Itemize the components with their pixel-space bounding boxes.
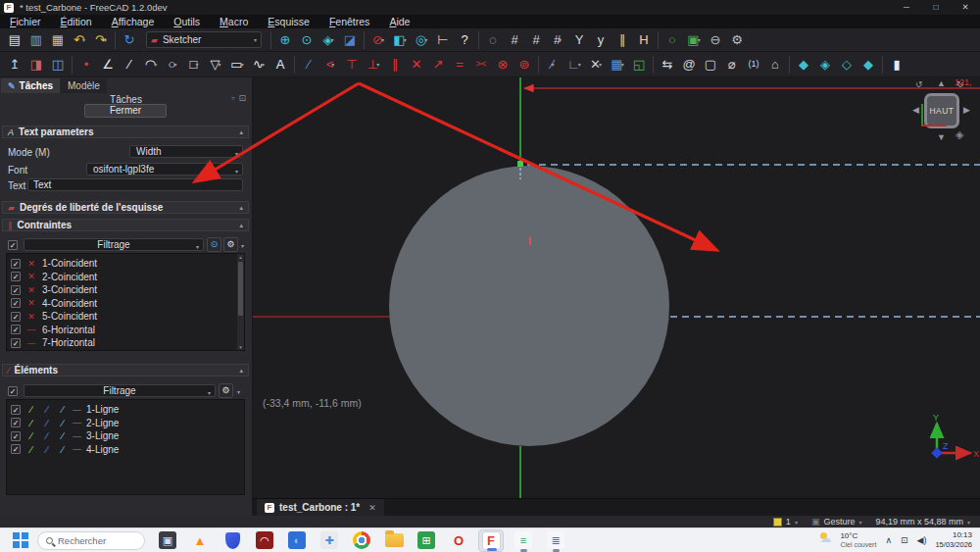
collapse-icon[interactable]: ▴ [239, 367, 243, 375]
constrain-vertical-button[interactable]: ⊥▾ [363, 55, 384, 75]
view-sketch-button[interactable]: ◨ [25, 55, 47, 75]
appearance-cube-4-button[interactable]: ◆ [858, 55, 879, 75]
select-elements-button[interactable]: H [633, 30, 655, 50]
checkbox[interactable]: ✓ [11, 338, 21, 348]
create-circle-button[interactable]: ○▾ [162, 55, 183, 75]
create-arc-button[interactable]: ◠▾ [140, 55, 162, 75]
constraint-settings-button[interactable]: ⚙ [223, 237, 238, 252]
sketch-canvas[interactable]: 121, (-33,4 mm, -11,6 mm) [253, 77, 980, 498]
scrollbar-thumb[interactable] [238, 262, 243, 316]
chevron-down-icon[interactable]: ▾ [237, 388, 240, 395]
constrain-distance-button[interactable]: ⊤ [341, 55, 363, 75]
menu-item-esquisse[interactable]: Esquisse [258, 16, 319, 27]
elements-master-checkbox[interactable]: ✓ [8, 386, 18, 396]
arc-tools-button[interactable]: ∟▾ [564, 55, 585, 75]
collapse-icon[interactable]: ▴ [239, 204, 243, 212]
zoom-tools-button[interactable]: ◎▾ [411, 30, 432, 50]
3d-viewport[interactable]: 121, (-33,4 mm, -11,6 mm) ↺ ▲ ↻ ◀ HAUT ▶… [253, 77, 980, 498]
workbench-selector[interactable]: ▰Sketcher▾ [146, 31, 262, 48]
sketch-circle[interactable] [389, 166, 669, 446]
arrow-down-icon[interactable]: ▼ [937, 132, 946, 142]
tray-expand-icon[interactable]: ∧ [885, 535, 892, 545]
carbon-copy-button[interactable]: ◌ [482, 30, 504, 50]
constraint-row[interactable]: ✓—7-Horizontal [7, 336, 244, 350]
grid-settings-button[interactable]: ▦▾ [607, 55, 628, 75]
visibility-button[interactable]: ⊙ [207, 237, 221, 252]
checkbox[interactable]: ✓ [11, 272, 21, 281]
defender-shield-icon[interactable] [220, 529, 245, 552]
menu-item-outils[interactable]: Outils [164, 16, 210, 27]
polygon-outline-button[interactable]: ⌂ [764, 55, 786, 75]
weather-widget[interactable]: ☁ 10°C Ciel couvert [819, 531, 876, 549]
clock[interactable]: 10:13 15/03/2026 [935, 530, 972, 549]
zoom-selection-button[interactable]: ⊙ [296, 30, 318, 50]
fermer-button[interactable]: Fermer [84, 104, 167, 118]
rotate-right-icon[interactable]: ↻ [956, 79, 964, 89]
constrain-symmetric-button[interactable]: >< [470, 55, 492, 75]
navigation-cube[interactable]: ↺ ▲ ↻ ◀ HAUT ▶ ▼ ◈ [909, 77, 972, 150]
constrain-equal-button[interactable]: = [449, 55, 470, 75]
split-tools-button[interactable]: ✕▾ [585, 55, 607, 75]
layer-selector[interactable]: 1 ▾ [773, 517, 798, 527]
join-curves-button[interactable]: y [590, 30, 612, 50]
checkbox[interactable]: ✓ [11, 418, 21, 427]
undo-button[interactable]: ↶▾ [69, 30, 90, 50]
constraint-row[interactable]: ✓✕5-Coincident [7, 310, 244, 324]
constraints-filter-select[interactable]: Filtrage ▾ [24, 238, 204, 251]
collapse-icon[interactable]: ▴ [239, 128, 243, 136]
constrain-point-on-object-button[interactable]: ↗ [427, 55, 449, 75]
scroll-up-icon[interactable]: ▴ [237, 254, 244, 260]
tab-taches[interactable]: ✎ Tâches [1, 78, 60, 93]
constrain-block-button[interactable]: ⊗ [492, 55, 514, 75]
create-text-button[interactable]: A [270, 55, 291, 75]
vlc-icon[interactable]: ▲ [187, 529, 213, 552]
constraint-row[interactable]: ✓✕4-Coincident [7, 297, 244, 311]
maximize-button[interactable]: □ [921, 0, 951, 15]
open-document-button[interactable]: ▥ [25, 30, 47, 50]
elements-filter-select[interactable]: Filtrage ▾ [24, 384, 216, 397]
measure-button[interactable]: ⊢ [432, 30, 454, 50]
red-swirl-app-icon[interactable]: ◠ [252, 529, 277, 552]
extend-edge-button[interactable]: # [525, 30, 547, 50]
element-row[interactable]: ✓∕∕∕—4-Ligne [7, 443, 244, 457]
menu-item-aide[interactable]: Aide [379, 16, 419, 27]
constraints-scrollbar[interactable]: ▴ ▾ [237, 254, 244, 350]
checkbox[interactable]: ✓ [11, 259, 21, 269]
notes-app-icon[interactable]: ≣ [543, 529, 568, 552]
snip-tool-icon[interactable]: ✚ [317, 529, 342, 552]
minimize-button[interactable]: ─ [892, 0, 921, 15]
close-tab-icon[interactable]: ✕ [368, 503, 376, 513]
view-section-button[interactable]: ◫ [47, 55, 69, 75]
appearance-cube-3-button[interactable]: ◇ [836, 55, 858, 75]
close-button[interactable]: ✕ [951, 0, 980, 15]
overflow-handle-button[interactable]: ▮ [886, 55, 907, 75]
collapse-icon[interactable]: ▴ [239, 222, 243, 229]
menu-item-fenetres[interactable]: Fenêtres [319, 16, 379, 27]
leave-sketch-button[interactable]: ↥ [4, 55, 25, 75]
split-edge-button[interactable]: #▾ [547, 30, 568, 50]
draw-style-button[interactable]: ⊘▾ [368, 30, 389, 50]
section-dof[interactable]: ▰ Degrés de liberté de l'esquisse ▴ [2, 201, 249, 214]
menu-item-macro[interactable]: Macro [210, 16, 258, 27]
parameter-tool-button[interactable]: (1) [743, 55, 764, 75]
diameter-tool-button[interactable]: ⌀ [721, 55, 743, 75]
navcube-face-top[interactable]: HAUT [924, 93, 959, 128]
constrain-parallel-button[interactable]: ∥ [384, 55, 406, 75]
mode-select[interactable]: Width ▾ [129, 145, 243, 158]
dock-panel-icon[interactable]: ⊡ [238, 93, 246, 103]
save-document-button[interactable]: ▦ [47, 30, 69, 50]
file-explorer-icon[interactable] [381, 529, 407, 552]
constrain-snap-button[interactable]: ⊚ [514, 55, 535, 75]
view-dimensions-selector[interactable]: 94,19 mm x 54,88 mm ▾ [875, 517, 970, 527]
trim-edge-button[interactable]: # [504, 30, 525, 50]
create-line-button[interactable]: ∕ [119, 55, 140, 75]
merge-sketches-button[interactable]: ⚙ [726, 30, 748, 50]
document-tab[interactable]: F test_Carbone : 1* ✕ [257, 499, 384, 517]
checkbox[interactable]: ✓ [11, 405, 21, 415]
constraint-row[interactable]: ✓—6-Horizontal [7, 324, 244, 337]
select-conflicting-button[interactable]: ∥ [612, 30, 633, 50]
selection-box-button[interactable]: ▢ [700, 55, 721, 75]
fit-all-button[interactable]: ⊕ [274, 30, 296, 50]
redo-button[interactable]: ↷▾ [90, 30, 112, 50]
tab-modele[interactable]: Modèle [61, 78, 107, 93]
